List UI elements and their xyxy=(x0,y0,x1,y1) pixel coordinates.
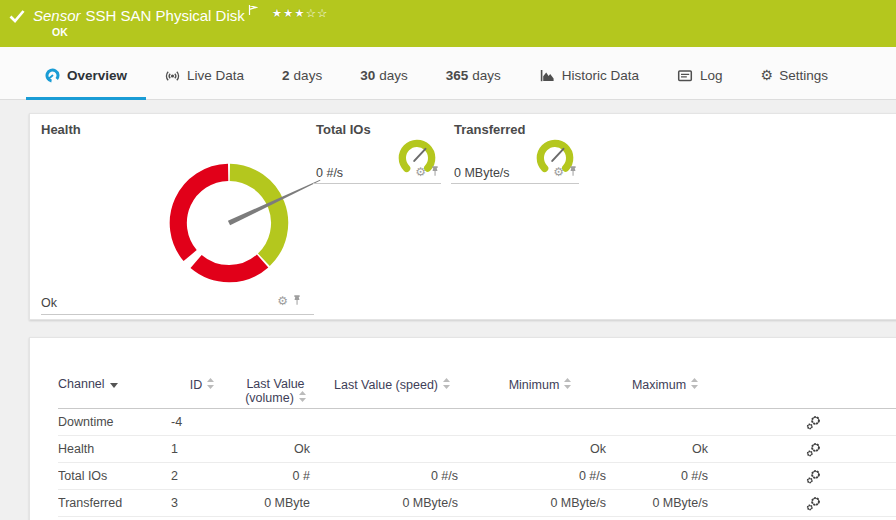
tab-log[interactable]: Log xyxy=(658,47,742,99)
last-value-speed xyxy=(318,409,466,436)
column-header-maximum[interactable]: Maximum xyxy=(614,338,716,409)
sort-both-icon xyxy=(564,378,571,392)
sensor-title: SSH SAN Physical Disk xyxy=(86,7,245,24)
tab-365-days[interactable]: 365days xyxy=(427,47,520,99)
tab-number: 365 xyxy=(446,68,469,83)
gauge-icon xyxy=(45,68,60,83)
maximum-value: 0 MByte/s xyxy=(614,490,716,517)
gauge-value: 0 MByte/s xyxy=(454,166,510,180)
sensor-status-badge: OK xyxy=(52,26,896,38)
tab-2-days[interactable]: 2days xyxy=(263,47,341,99)
last-value-volume: Ok xyxy=(233,436,318,463)
maximum-value: Ok xyxy=(614,436,716,463)
gear-icon[interactable]: ⚙ xyxy=(415,167,426,177)
sensor-header: Sensor SSH SAN Physical Disk ★★★☆☆ OK xyxy=(0,0,896,47)
tab-label: Historic Data xyxy=(562,68,639,83)
channel-settings-icon[interactable] xyxy=(806,469,821,484)
column-header-minimum[interactable]: Minimum xyxy=(466,338,614,409)
tab-label: days xyxy=(379,68,408,83)
tab-label: Log xyxy=(700,68,723,83)
ok-check-icon xyxy=(9,9,25,23)
gear-icon[interactable]: ⚙ xyxy=(277,296,288,306)
transferred-gauge-widget: Transferred 0 MByte/s ⚙ xyxy=(451,122,579,184)
column-header-id[interactable]: ID xyxy=(171,338,233,409)
health-gauge-widget: Health Ok ⚙ xyxy=(41,122,314,315)
table-row: Health 1 Ok Ok Ok xyxy=(58,436,896,463)
priority-stars[interactable]: ★★★☆☆ xyxy=(272,6,329,20)
sort-desc-icon xyxy=(110,378,118,391)
sort-both-icon xyxy=(299,391,306,405)
table-row: Transferred 3 0 MByte 0 MByte/s 0 MByte/… xyxy=(58,490,896,517)
tab-label: days xyxy=(472,68,501,83)
tab-number: 2 xyxy=(282,68,290,83)
tab-30-days[interactable]: 30days xyxy=(341,47,427,99)
maximum-value xyxy=(614,409,716,436)
channel-name: Health xyxy=(58,436,171,463)
channel-id: 2 xyxy=(171,463,233,490)
column-header-actions xyxy=(716,338,896,409)
pin-icon[interactable] xyxy=(430,163,440,181)
gauge-title: Transferred xyxy=(454,122,526,137)
maximum-value: 0 #/s xyxy=(614,463,716,490)
flag-icon[interactable] xyxy=(248,4,258,16)
broadcast-icon xyxy=(165,68,180,83)
gauge-title: Total IOs xyxy=(316,122,371,137)
tab-settings[interactable]: ⚙ Settings xyxy=(742,47,847,99)
last-value-volume: 0 MByte xyxy=(233,490,318,517)
last-value-speed: 0 #/s xyxy=(318,463,466,490)
health-donut-gauge xyxy=(151,145,307,301)
channel-name: Total IOs xyxy=(58,463,171,490)
sort-both-icon xyxy=(207,378,214,392)
tab-label: Live Data xyxy=(187,68,244,83)
gauges-panel: Health Ok ⚙ Total IOs 0 #/s ⚙ xyxy=(29,113,896,320)
area-chart-icon xyxy=(539,68,555,83)
tab-label: Overview xyxy=(67,68,127,83)
tab-overview[interactable]: Overview xyxy=(26,47,146,99)
tab-historic-data[interactable]: Historic Data xyxy=(520,47,658,99)
column-header-last-value-speed[interactable]: Last Value (speed) xyxy=(318,338,466,409)
table-row: Total IOs 2 0 # 0 #/s 0 #/s 0 #/s xyxy=(58,463,896,490)
gauge-value: 0 #/s xyxy=(316,166,343,180)
tab-number: 30 xyxy=(360,68,375,83)
tab-label: Settings xyxy=(779,68,828,83)
channels-table: Channel ID Last Value (volume) Last Valu… xyxy=(58,338,896,517)
tab-label: days xyxy=(294,68,323,83)
channel-settings-icon[interactable] xyxy=(806,496,821,511)
gear-icon: ⚙ xyxy=(761,67,774,83)
channel-id: 3 xyxy=(171,490,233,517)
channel-id: 1 xyxy=(171,436,233,463)
pin-icon[interactable] xyxy=(568,163,578,181)
last-value-volume xyxy=(233,409,318,436)
channel-settings-icon[interactable] xyxy=(806,442,821,457)
pin-icon[interactable] xyxy=(292,292,302,310)
minimum-value: 0 MByte/s xyxy=(466,490,614,517)
table-row: Downtime -4 xyxy=(58,409,896,436)
tab-bar: Overview Live Data 2days 30days 365days … xyxy=(0,47,896,100)
gauge-title: Health xyxy=(41,122,314,137)
total-ios-gauge-widget: Total IOs 0 #/s ⚙ xyxy=(313,122,441,184)
last-value-speed: 0 MByte/s xyxy=(318,490,466,517)
minimum-value: 0 #/s xyxy=(466,463,614,490)
channel-settings-icon[interactable] xyxy=(806,415,821,430)
minimum-value: Ok xyxy=(466,436,614,463)
channel-name: Downtime xyxy=(58,409,171,436)
channels-panel: Channel ID Last Value (volume) Last Valu… xyxy=(29,337,896,520)
channel-id: -4 xyxy=(171,409,233,436)
channel-name: Transferred xyxy=(58,490,171,517)
sort-both-icon xyxy=(443,378,450,392)
last-value-speed xyxy=(318,436,466,463)
minimum-value xyxy=(466,409,614,436)
column-header-channel[interactable]: Channel xyxy=(58,338,171,409)
gear-icon[interactable]: ⚙ xyxy=(553,167,564,177)
log-icon xyxy=(677,68,693,83)
sort-both-icon xyxy=(691,378,698,392)
column-header-last-value-volume[interactable]: Last Value (volume) xyxy=(233,338,318,409)
tab-live-data[interactable]: Live Data xyxy=(146,47,263,99)
gauge-value: Ok xyxy=(41,296,57,310)
object-kind-label: Sensor xyxy=(33,7,81,24)
last-value-volume: 0 # xyxy=(233,463,318,490)
